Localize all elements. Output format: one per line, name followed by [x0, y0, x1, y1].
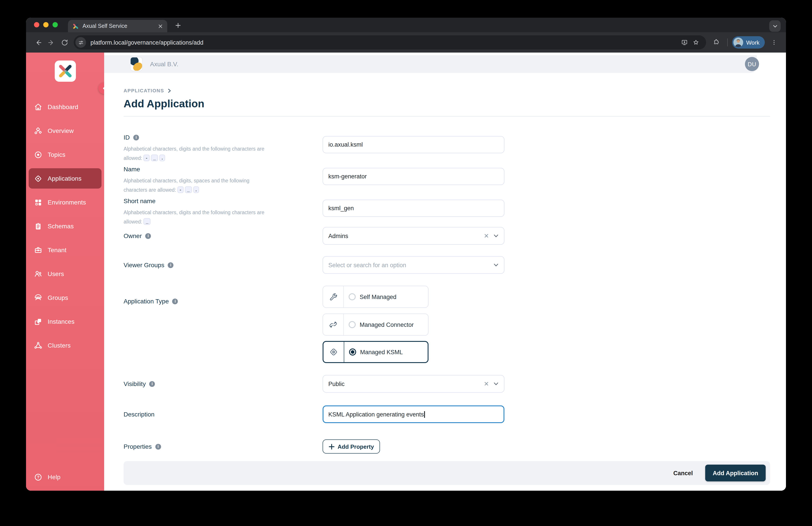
briefcase-icon [33, 245, 43, 255]
sidebar-item-dashboard[interactable]: Dashboard [29, 97, 102, 117]
sidebar: Dashboard Overview Topics [26, 53, 104, 491]
id-hint: Alphabetical characters, digits and the … [124, 144, 272, 163]
chevron-right-icon [167, 88, 172, 93]
owner-select[interactable]: Admins ✕ [323, 227, 504, 245]
sidebar-nav: Dashboard Overview Topics [26, 97, 104, 359]
tab-close-icon[interactable] [157, 23, 164, 30]
type-option-self-managed[interactable]: Self Managed [323, 286, 429, 308]
viewer-groups-select[interactable]: Select or search for an option [323, 256, 504, 274]
application-type-info-icon[interactable]: i [172, 298, 178, 304]
screen: Axual Self Service platform.local/govern… [0, 0, 812, 526]
properties-info-icon[interactable]: i [155, 444, 161, 450]
new-tab-button[interactable] [173, 20, 183, 30]
id-label: IDi [124, 134, 274, 141]
cancel-button[interactable]: Cancel [673, 470, 693, 476]
address-bar[interactable]: platform.local/governance/applications/a… [74, 35, 706, 49]
zoom-window-button[interactable] [53, 22, 58, 27]
add-property-button[interactable]: Add Property [323, 439, 380, 454]
minimize-window-button[interactable] [43, 22, 48, 27]
forward-icon[interactable] [45, 36, 58, 49]
application-type-label: Application Typei [124, 298, 274, 305]
plus-icon [329, 444, 334, 450]
tab-strip: Axual Self Service [26, 18, 786, 32]
viewer-groups-label: Viewer Groupsi [124, 256, 274, 274]
sidebar-item-schemas[interactable]: Schemas [29, 216, 102, 236]
breadcrumb[interactable]: APPLICATIONS [124, 88, 172, 93]
environments-icon [33, 197, 43, 207]
type-option-managed-ksml[interactable]: Managed KSML [323, 341, 429, 363]
id-input[interactable] [323, 136, 504, 153]
visibility-chevron-down-icon[interactable] [493, 381, 499, 386]
sidebar-item-topics[interactable]: Topics [29, 144, 102, 165]
owner-clear-icon[interactable]: ✕ [484, 233, 489, 239]
groups-icon [33, 293, 43, 302]
owner-label: Owneri [124, 227, 274, 245]
browser-toolbar: platform.local/governance/applications/a… [26, 32, 786, 53]
id-info-icon[interactable]: i [133, 134, 139, 140]
axual-logo [55, 60, 76, 82]
visibility-clear-icon[interactable]: ✕ [484, 381, 489, 387]
site-settings-icon[interactable] [75, 37, 86, 48]
add-application-button[interactable]: Add Application [705, 465, 766, 481]
managed-connector-radio[interactable] [349, 321, 356, 328]
profile-name: Work [746, 39, 759, 46]
browser-menu-icon[interactable] [767, 36, 781, 49]
ksml-icon [328, 347, 339, 357]
viewer-groups-info-icon[interactable]: i [168, 262, 174, 268]
extensions-icon[interactable] [710, 36, 723, 49]
properties-label: Propertiesi [124, 439, 274, 454]
browser-tab[interactable]: Axual Self Service [68, 20, 167, 32]
sidebar-item-users[interactable]: Users [29, 264, 102, 284]
sidebar-item-overview[interactable]: Overview [29, 120, 102, 141]
visibility-info-icon[interactable]: i [149, 381, 155, 387]
users-icon [33, 269, 43, 279]
owner-chevron-down-icon[interactable] [493, 233, 499, 239]
reload-icon[interactable] [58, 36, 71, 49]
text-caret [424, 411, 425, 417]
connector-icon [328, 319, 338, 330]
back-icon[interactable] [31, 36, 45, 49]
visibility-select[interactable]: Public ✕ [323, 375, 504, 393]
help-icon: ? [33, 472, 43, 482]
sidebar-item-applications[interactable]: Applications [29, 168, 102, 188]
sidebar-item-help[interactable]: ? Help [29, 467, 102, 487]
managed-ksml-radio[interactable] [349, 349, 356, 356]
short-name-input[interactable] [323, 200, 504, 217]
sidebar-item-environments[interactable]: Environments [29, 192, 102, 212]
name-label: Name [124, 166, 274, 173]
sidebar-item-groups[interactable]: Groups [29, 287, 102, 308]
browser-window: Axual Self Service platform.local/govern… [26, 18, 786, 491]
profile-chip[interactable]: Work [732, 36, 765, 48]
svg-text:?: ? [37, 474, 39, 479]
type-option-managed-connector[interactable]: Managed Connector [323, 314, 429, 336]
description-input[interactable]: KSML Application generating events [323, 406, 504, 423]
user-avatar[interactable]: DU [745, 57, 759, 71]
form-action-bar: Cancel Add Application [124, 461, 770, 485]
profile-avatar [734, 38, 743, 47]
page-title: Add Application [124, 98, 204, 110]
tenant-logo [131, 57, 142, 71]
bookmark-star-icon[interactable] [690, 37, 702, 48]
tenant-name: Axual B.V. [150, 55, 178, 73]
applications-icon [33, 173, 43, 183]
sidebar-item-instances[interactable]: Instances [29, 311, 102, 332]
sidebar-item-tenant[interactable]: Tenant [29, 240, 102, 260]
self-managed-radio[interactable] [349, 293, 356, 300]
viewer-groups-chevron-down-icon[interactable] [493, 262, 499, 268]
wrench-icon [328, 292, 338, 302]
name-input[interactable] [323, 168, 504, 185]
overview-icon [33, 126, 43, 136]
clusters-icon [33, 341, 43, 350]
url-text: platform.local/governance/applications/a… [90, 39, 679, 46]
owner-info-icon[interactable]: i [145, 233, 151, 239]
sidebar-item-clusters[interactable]: Clusters [29, 335, 102, 356]
install-app-icon[interactable] [679, 37, 690, 48]
close-window-button[interactable] [34, 22, 39, 27]
description-label: Description [124, 406, 274, 423]
visibility-label: Visibilityi [124, 375, 274, 393]
topics-icon [33, 150, 43, 159]
title-divider [124, 116, 770, 117]
tab-search-button[interactable] [769, 20, 781, 32]
schemas-icon [33, 221, 43, 231]
home-icon [33, 102, 43, 112]
